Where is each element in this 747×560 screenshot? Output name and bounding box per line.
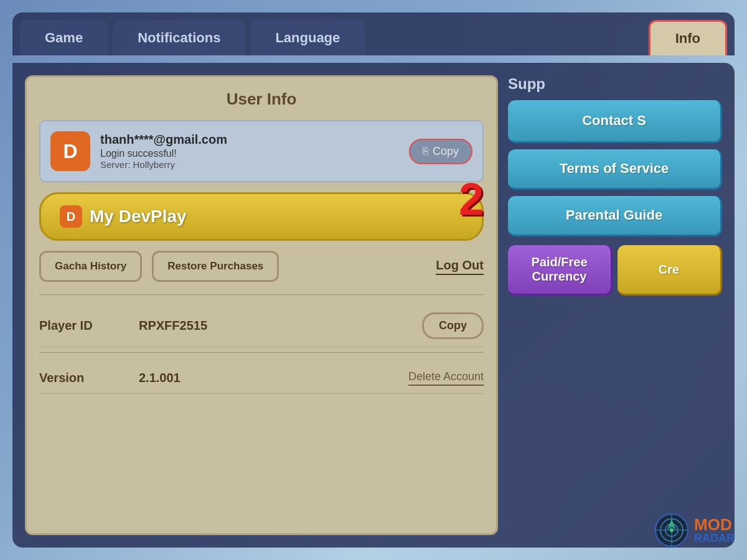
- version-label: Version: [39, 371, 139, 385]
- content-area: User Info D thanh****@gmail.com Login su…: [12, 63, 735, 548]
- main-container: Game Notifications Language Info 1 User …: [0, 0, 747, 560]
- watermark-radar: RADAR: [694, 533, 735, 544]
- action-row: Gacha History Restore Purchases Log Out: [39, 251, 484, 282]
- currency-button[interactable]: Paid/Free Currency: [508, 245, 613, 296]
- parental-guide-button[interactable]: Parental Guide: [508, 196, 722, 236]
- svg-point-6: [670, 528, 674, 532]
- player-id-row: Player ID RPXFF2515 Copy: [39, 305, 484, 347]
- right-panel-title: Supp: [508, 75, 722, 93]
- annotation-number-2: 2: [459, 177, 484, 222]
- copy-email-button[interactable]: Copy: [409, 139, 472, 164]
- logout-button[interactable]: Log Out: [436, 258, 484, 275]
- user-status: Login successful!: [100, 148, 399, 159]
- gacha-history-button[interactable]: Gacha History: [39, 251, 142, 282]
- divider-1: [39, 294, 484, 295]
- mod-radar-icon: [654, 513, 689, 548]
- devplay-avatar-icon: D: [50, 131, 90, 171]
- devplay-btn-icon: D: [60, 205, 82, 228]
- right-panel: Supp Contact S Terms of Service Parental…: [508, 75, 722, 535]
- player-id-value: RPXFF2515: [139, 319, 422, 333]
- restore-purchases-button[interactable]: Restore Purchases: [152, 251, 279, 282]
- tab-language[interactable]: Language: [250, 20, 365, 55]
- panel-title: User Info: [39, 90, 484, 109]
- version-row: Version 2.1.001 Delete Account: [39, 363, 484, 394]
- divider-2: [39, 352, 484, 353]
- credits-button[interactable]: Cre: [618, 245, 722, 296]
- watermark-text: MOD RADAR: [694, 516, 735, 544]
- left-panel: User Info D thanh****@gmail.com Login su…: [25, 75, 498, 535]
- devplay-button[interactable]: D My DevPlay: [39, 192, 484, 241]
- tab-bar: Game Notifications Language Info 1: [12, 12, 735, 55]
- devplay-btn-label: My DevPlay: [90, 207, 187, 226]
- user-details: thanh****@gmail.com Login successful! Se…: [100, 133, 399, 170]
- tab-info[interactable]: Info: [649, 20, 727, 55]
- contact-support-button[interactable]: Contact S: [508, 100, 722, 143]
- watermark-mod: MOD: [694, 516, 735, 533]
- version-value: 2.1.001: [139, 371, 408, 385]
- user-email: thanh****@gmail.com: [100, 133, 399, 147]
- watermark: MOD RADAR: [654, 513, 735, 548]
- bottom-buttons-row: Paid/Free Currency Cre: [508, 245, 722, 296]
- terms-of-service-button[interactable]: Terms of Service: [508, 149, 722, 190]
- user-server: Server: Hollyberry: [100, 159, 399, 170]
- delete-account-button[interactable]: Delete Account: [408, 370, 484, 386]
- copy-id-button[interactable]: Copy: [422, 312, 484, 339]
- tab-game[interactable]: Game: [20, 20, 108, 55]
- player-id-label: Player ID: [39, 319, 139, 333]
- user-info-card: D thanh****@gmail.com Login successful! …: [39, 120, 484, 182]
- tab-notifications[interactable]: Notifications: [113, 20, 245, 55]
